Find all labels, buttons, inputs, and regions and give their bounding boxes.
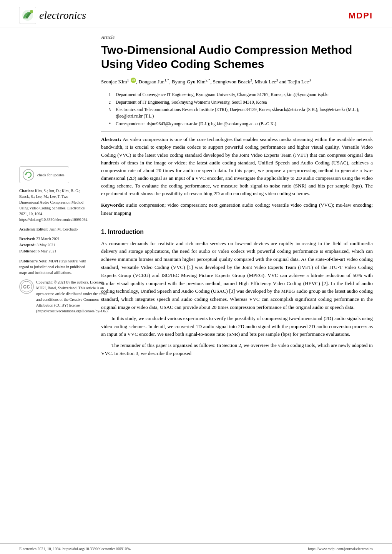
mdpi-logo[interactable]: MDPI (349, 9, 373, 22)
accepted-label: Accepted: (19, 243, 36, 247)
editor-label: Academic Editor: (19, 227, 48, 231)
affiliation-3: 3 Electronics and Telecommunications Res… (109, 106, 373, 119)
author1-sup: 1 iD (127, 78, 136, 82)
aff-num-3: 3 (109, 107, 114, 119)
received-line: Received: 23 March 2021 (19, 236, 87, 242)
author3-name: , Byung-Gyu Kim (169, 79, 206, 85)
journal-logo[interactable]: electronics (19, 7, 86, 24)
received-date: 23 March 2021 (36, 237, 60, 241)
author6-name: and Taejin Lee (278, 79, 309, 85)
aff-text-star: Correspondence: dsjun9643@kyungnam.ac.kr… (116, 121, 276, 127)
aff-text-3: Electronics and Telecommunications Resea… (116, 106, 373, 119)
section1-paragraph3: The remainder of this paper is organized… (101, 342, 373, 358)
author5-name: , Misuk Lee (252, 79, 276, 85)
check-updates-icon (23, 169, 34, 181)
author6-sup: 3 (309, 78, 311, 82)
published-date: 6 May 2021 (38, 249, 56, 253)
citation-block: Citation: Kim, S.; Jun, D.; Kim, B.-G.; … (19, 188, 87, 222)
svg-text:cc: cc (23, 283, 30, 290)
author4-name: , Seungkwon Beack (210, 79, 250, 85)
keywords-label: Keywords: (101, 202, 125, 208)
keywords-section: Keywords: audio compression; video compr… (101, 201, 373, 217)
authors-line: Seonjae Kim1 iD, Dongsan Jun1,*, Byung-G… (101, 77, 373, 86)
publisher-note-label: Publisher's Note: (19, 259, 48, 263)
abstract-text: As video compression is one of the core … (101, 136, 373, 196)
content-area: Article Two-Dimensional Audio Compressio… (94, 28, 373, 543)
aff-num-star: * (109, 121, 114, 127)
editor-name: Juan M. Corchado (49, 227, 78, 231)
aff-num-2: 2 (109, 100, 114, 106)
article-type-label: Article (101, 33, 373, 41)
section1-title: 1. Introduction (101, 227, 373, 237)
sidebar: check for updates Citation: Kim, S.; Jun… (19, 28, 94, 543)
aff-text-1: Department of Convergence IT Engineering… (116, 91, 329, 98)
publisher-note: Publisher's Note: MDPI stays neutral wit… (19, 258, 87, 275)
aff-text-2: Department of IT Engineering, Sookmyung … (116, 99, 267, 106)
footer-right: https://www.mdpi.com/journal/electronics (308, 546, 373, 552)
svg-point-3 (23, 169, 34, 180)
section1-paragraph1: As consumer demands for realistic and ri… (101, 240, 373, 312)
editor-block: Academic Editor: Juan M. Corchado (19, 226, 87, 232)
author1-name: Seonjae Kim (101, 79, 127, 85)
footer: Electronics 2021, 10, 1094. https://doi.… (0, 543, 392, 554)
aff-num-1: 1 (109, 92, 114, 98)
affiliation-correspondence: * Correspondence: dsjun9643@kyungnam.ac.… (109, 121, 373, 127)
accepted-line: Accepted: 3 May 2021 (19, 242, 87, 248)
citation-text: Kim, S.; Jun, D.; Kim, B.-G.; Beack, S.;… (19, 189, 88, 222)
electronics-leaf-icon (19, 7, 36, 24)
article-title: Two-Dimensional Audio Compression Method… (101, 43, 373, 71)
cc-block: cc Copyright: © 2021 by the authors. Lic… (19, 279, 87, 314)
author2-sup: 1,* (164, 78, 169, 82)
author3-sup: 2,* (206, 78, 211, 82)
page: electronics MDPI Article Two-Dimensional… (0, 0, 392, 554)
abstract-label: Abstract: (101, 136, 121, 142)
dates-block: Received: 23 March 2021 Accepted: 3 May … (19, 236, 87, 254)
author2-name: , Dongsan Jun (136, 79, 164, 85)
main-content: Article Two-Dimensional Audio Compressio… (0, 28, 392, 543)
footer-left: Electronics 2021, 10, 1094. https://doi.… (19, 546, 131, 552)
keywords-text: audio compression; video compression; ne… (101, 202, 373, 216)
creative-commons-icon: cc (19, 279, 34, 294)
svg-point-2 (30, 10, 33, 13)
check-for-updates-badge[interactable]: check for updates (19, 166, 69, 183)
journal-name: electronics (39, 7, 86, 23)
affiliation-2: 2 Department of IT Engineering, Sookmyun… (109, 99, 373, 106)
abstract-section: Abstract: As video compression is one of… (101, 136, 373, 197)
published-line: Published: 6 May 2021 (19, 248, 87, 254)
header: electronics MDPI (0, 0, 392, 28)
orcid-icon[interactable]: iD (131, 78, 136, 83)
accepted-date: 3 May 2021 (37, 243, 55, 247)
divider-2 (101, 221, 373, 221)
affiliation-1: 1 Department of Convergence IT Engineeri… (109, 91, 373, 98)
section1-paragraph2: In this study, we conducted various expe… (101, 315, 373, 338)
citation-label: Citation: (19, 189, 34, 193)
divider-1 (101, 131, 373, 132)
received-label: Received: (19, 237, 35, 241)
published-label: Published: (19, 249, 37, 253)
affiliations: 1 Department of Convergence IT Engineeri… (101, 91, 373, 127)
check-updates-text: check for updates (37, 173, 65, 177)
